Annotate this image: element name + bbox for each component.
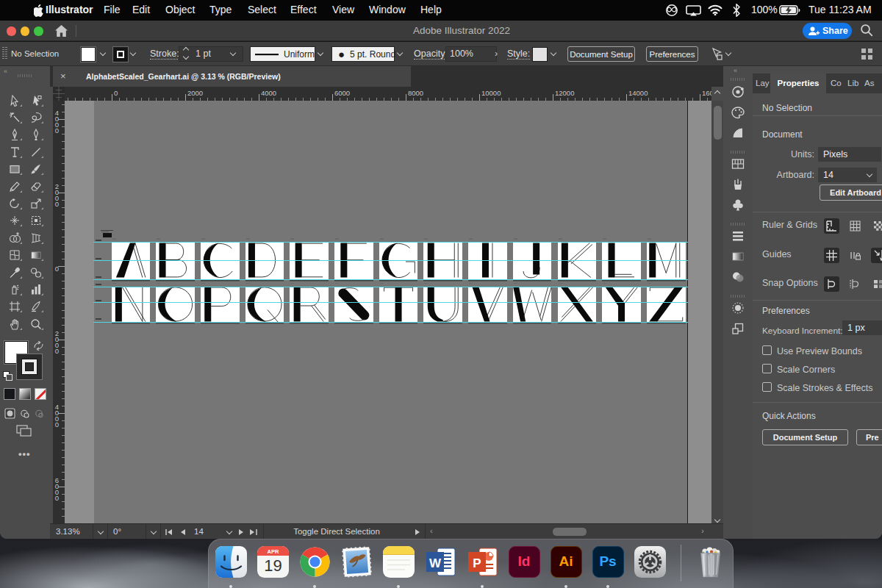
- svg-text:APR: APR: [267, 548, 279, 555]
- svg-text:P: P: [473, 556, 481, 570]
- svg-text:W: W: [429, 556, 441, 570]
- svg-text:19: 19: [264, 556, 282, 575]
